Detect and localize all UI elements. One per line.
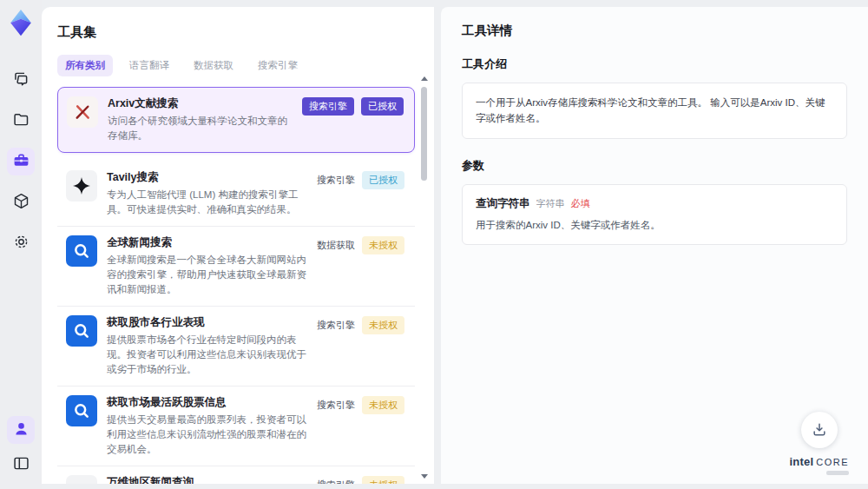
download-button[interactable]: [801, 412, 838, 448]
status-badge: 未授权: [362, 396, 404, 414]
category-badge: 搜索引擎: [317, 476, 355, 484]
intro-box: 一个用于从Arxiv存储库搜索科学论文和文章的工具。 输入可以是Arxiv ID…: [462, 83, 847, 139]
tool-card[interactable]: 万维地区新闻查询 查询具体行政区划内的新闻，快速了解各地新闻动态 搜索引擎 未授…: [57, 466, 415, 484]
tool-name: Tavily搜索: [107, 170, 312, 185]
sidebar-item-folder[interactable]: [7, 107, 35, 135]
tool-card[interactable]: Tavily搜索 专为人工智能代理 (LLM) 构建的搜索引擎工具。可快速提供实…: [57, 162, 415, 227]
status-badge: 未授权: [362, 316, 404, 334]
main-content: 工具集 所有类别语言翻译数据获取搜索引擎 Arxiv文献搜索 访问各个研究领域大…: [42, 0, 868, 489]
tool-badges: 搜索引擎 未授权: [317, 475, 404, 484]
sidebar-item-user[interactable]: [7, 416, 35, 444]
tool-name: 万维地区新闻查询: [107, 475, 312, 484]
intel-brand-text: intel: [789, 455, 813, 468]
param-header: 查询字符串 字符串 必填: [476, 196, 833, 211]
sidebar-item-panel-toggle[interactable]: [7, 451, 35, 479]
detail-title: 工具详情: [462, 23, 847, 39]
tool-description: 提供当天交易量最高的股票列表，投资者可以利用这些信息来识别流动性强的股票和潜在的…: [107, 413, 312, 457]
intro-text: 一个用于从Arxiv存储库搜索科学论文和文章的工具。 输入可以是Arxiv ID…: [476, 95, 833, 127]
sidebar-item-chat[interactable]: [7, 66, 35, 94]
tools-panel: 工具集 所有类别语言翻译数据获取搜索引擎 Arxiv文献搜索 访问各个研究领域大…: [42, 7, 434, 484]
tool-card[interactable]: 全球新闻搜索 全球新闻搜索是一个聚合全球各大新闻网站内容的搜索引擎，帮助用户快速…: [57, 227, 415, 307]
stock-search-icon: [66, 395, 97, 426]
sidebar-bottom: [7, 416, 35, 479]
chat-icon: [12, 69, 30, 90]
sidebar-item-cube[interactable]: [7, 188, 35, 216]
app-logo-icon: [9, 9, 33, 36]
status-badge: 已授权: [362, 171, 404, 189]
sidebar-item-toolbox[interactable]: [7, 148, 35, 175]
sparkle-icon: [66, 170, 97, 202]
floating-widgets: intel CORE: [789, 412, 849, 475]
category-badge: 搜索引擎: [317, 171, 355, 189]
page-title: 工具集: [57, 24, 415, 41]
param-box: 查询字符串 字符串 必填 用于搜索的Arxiv ID、关键字或作者姓名。: [462, 184, 847, 245]
tool-name: 获取股市各行业表现: [107, 315, 312, 330]
tool-badges: 数据获取 未授权: [317, 235, 404, 254]
panel-toggle-icon: [12, 454, 30, 475]
core-brand-text: CORE: [816, 457, 849, 467]
category-tabs: 所有类别语言翻译数据获取搜索引擎: [57, 55, 415, 76]
tool-name: 全球新闻搜索: [107, 235, 312, 250]
tool-badges: 搜索引擎 未授权: [317, 315, 404, 334]
tool-name: 获取市场最活跃股票信息: [107, 395, 312, 410]
tool-description: 访问各个研究领域大量科学论文和文章的存储库。: [108, 114, 297, 143]
status-badge: 未授权: [362, 236, 404, 254]
stock-search-icon: [66, 315, 97, 347]
sidebar-nav: [7, 66, 35, 257]
tool-card[interactable]: 获取股市各行业表现 提供股票市场各个行业在特定时间段内的表现。投资者可以利用这些…: [57, 307, 415, 387]
download-icon: [811, 421, 828, 439]
list-scrollbar[interactable]: [420, 76, 429, 479]
tool-card[interactable]: Arxiv文献搜索 访问各个研究领域大量科学论文和文章的存储库。 搜索引擎 已授…: [57, 87, 415, 153]
category-badge: 搜索引擎: [317, 396, 355, 414]
tool-name: Arxiv文献搜索: [108, 96, 297, 111]
settings-icon: [12, 233, 30, 254]
category-badge: 数据获取: [317, 236, 355, 254]
folder-icon: [12, 110, 30, 131]
category-badge: 搜索引擎: [317, 316, 355, 334]
app-root: 工具集 所有类别语言翻译数据获取搜索引擎 Arxiv文献搜索 访问各个研究领域大…: [0, 0, 868, 489]
tool-detail-panel: 工具详情 工具介绍 一个用于从Arxiv存储库搜索科学论文和文章的工具。 输入可…: [441, 7, 868, 484]
category-tab-0[interactable]: 所有类别: [57, 55, 113, 76]
status-badge: 未授权: [362, 476, 404, 484]
tool-badges: 搜索引擎 已授权: [317, 170, 404, 189]
scroll-up-icon[interactable]: [421, 76, 428, 81]
params-heading: 参数: [462, 158, 847, 174]
param-description: 用于搜索的Arxiv ID、关键字或作者姓名。: [476, 218, 833, 233]
tool-list: Arxiv文献搜索 访问各个研究领域大量科学论文和文章的存储库。 搜索引擎 已授…: [57, 87, 415, 484]
intro-heading: 工具介绍: [462, 56, 847, 72]
param-type: 字符串: [536, 197, 565, 210]
sidebar-item-settings[interactable]: [7, 229, 35, 257]
cube-icon: [12, 192, 30, 213]
scrollbar-thumb[interactable]: [421, 87, 427, 181]
scroll-down-icon[interactable]: [421, 474, 428, 479]
category-tab-3[interactable]: 搜索引擎: [250, 55, 306, 76]
toolbox-icon: [12, 151, 30, 172]
tool-description: 专为人工智能代理 (LLM) 构建的搜索引擎工具。可快速提供实时、准确和真实的结…: [107, 188, 312, 217]
sidebar: [0, 0, 42, 489]
intel-sub-badge: [826, 471, 849, 475]
newspaper-icon: [66, 475, 97, 484]
tool-badges: 搜索引擎 已授权: [302, 96, 404, 116]
user-icon: [12, 420, 30, 440]
intel-core-logo: intel CORE: [789, 455, 849, 475]
status-badge: 已授权: [361, 97, 404, 116]
arxiv-x-icon: [67, 96, 98, 128]
tool-description: 全球新闻搜索是一个聚合全球各大新闻网站内容的搜索引擎，帮助用户快速获取全球最新资…: [107, 253, 312, 297]
category-tab-1[interactable]: 语言翻译: [122, 55, 177, 76]
param-name: 查询字符串: [476, 196, 530, 211]
news-search-icon: [66, 235, 97, 267]
tool-badges: 搜索引擎 未授权: [317, 395, 404, 414]
param-required-badge: 必填: [571, 197, 590, 210]
tool-description: 提供股票市场各个行业在特定时间段内的表现。投资者可以利用这些信息来识别表现优于或…: [107, 333, 312, 377]
category-badge: 搜索引擎: [302, 97, 354, 116]
tool-card[interactable]: 获取市场最活跃股票信息 提供当天交易量最高的股票列表，投资者可以利用这些信息来识…: [57, 387, 415, 466]
category-tab-2[interactable]: 数据获取: [186, 55, 241, 76]
